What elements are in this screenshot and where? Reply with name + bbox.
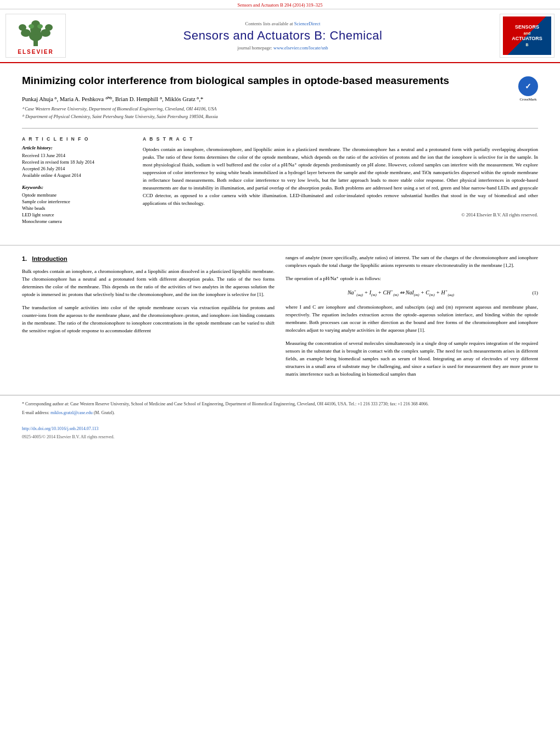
- crossmark-icon: ✓: [518, 76, 538, 96]
- article-info: A R T I C L E I N F O Article history: R…: [22, 136, 132, 225]
- svg-point-7: [45, 24, 53, 31]
- body-para-6: Measuring the concentration of several m…: [285, 340, 538, 378]
- elsevier-brand: ELSEVIER: [18, 49, 53, 55]
- keywords-title: Keywords:: [22, 185, 132, 190]
- issn-rights-text: 0925-4005/© 2014 Elsevier B.V. All right…: [22, 434, 114, 439]
- affiliation-a: ᵃ Case Western Reserve University, Depar…: [22, 105, 538, 113]
- journal-homepage: journal homepage: www.elsevier.com/locat…: [237, 45, 328, 51]
- footnote-email-line: E-mail address: miklos.gratzl@case.edu (…: [22, 410, 538, 416]
- keyword-1: Optode membrane: [22, 192, 132, 198]
- crossmark-label: CrossMark: [518, 97, 538, 102]
- journal-citation: Sensors and Actuators B 204 (2014) 319–3…: [238, 2, 323, 8]
- journal-center: Contents lists available at ScienceDirec…: [71, 14, 494, 58]
- homepage-link[interactable]: www.elsevier.com/locate/snb: [273, 45, 328, 51]
- authors: Punkaj Ahuja ᵃ, Maria A. Peshkova ᵃʰᵇ, B…: [22, 96, 538, 102]
- footnote-star-text: * Corresponding author at: Case Western …: [22, 401, 429, 406]
- sciencedirect-link[interactable]: ScienceDirect: [294, 21, 321, 26]
- footnotes: * Corresponding author at: Case Western …: [0, 395, 560, 423]
- elsevier-tree-icon: [14, 16, 58, 47]
- footnote-email-label: E-mail address:: [22, 410, 49, 415]
- doi-line: http://dx.doi.org/10.1016/j.snb.2014.07.…: [0, 423, 560, 434]
- crossmark: ✓ CrossMark: [518, 76, 538, 102]
- keyword-2: Sample color interference: [22, 199, 132, 204]
- journal-header: ELSEVIER Contents lists available at Sci…: [0, 9, 560, 63]
- article-two-column: A R T I C L E I N F O Article history: R…: [22, 128, 538, 225]
- affiliations: ᵃ Case Western Reserve University, Depar…: [22, 105, 538, 121]
- sensors-actuators-logo: SENSORS and ACTUATORS B: [500, 14, 555, 58]
- homepage-text: journal homepage:: [237, 45, 272, 51]
- section1-number: 1.: [22, 255, 27, 262]
- footnote-star: * Corresponding author at: Case Western …: [22, 401, 538, 408]
- history-accepted: Accepted 26 July 2014: [22, 166, 132, 171]
- body-column-right: ranges of analyte (more specifically, an…: [285, 254, 538, 383]
- journal-title: Sensors and Actuators B: Chemical: [183, 29, 383, 43]
- history-revised: Received in revised form 18 July 2014: [22, 159, 132, 165]
- history-title: Article history:: [22, 145, 132, 150]
- equation-block: Na+(aq) + I(m) + CH+(m) ⇔ NaI(m) + C(m) …: [285, 288, 538, 298]
- svg-point-5: [19, 24, 26, 31]
- body-para-2: The transduction of sample activities in…: [22, 304, 275, 335]
- keywords-section: Keywords: Optode membrane Sample color i…: [22, 185, 132, 224]
- section1-name: Introduction: [32, 255, 67, 262]
- body-para-3: ranges of analyte (more specifically, an…: [285, 254, 538, 270]
- footnote-email-link[interactable]: miklos.gratzl@case.edu: [51, 410, 93, 415]
- sensors-logo-inner: SENSORS and ACTUATORS B: [503, 16, 551, 55]
- abstract-copyright: © 2014 Elsevier B.V. All rights reserved…: [143, 212, 538, 217]
- keyword-5: Monochrome camera: [22, 219, 132, 224]
- top-bar: Sensors and Actuators B 204 (2014) 319–3…: [0, 0, 560, 9]
- article-content: ✓ CrossMark Minimizing color interferenc…: [0, 63, 560, 236]
- history-available: Available online 4 August 2014: [22, 172, 132, 178]
- section1-title: 1. Introduction: [22, 254, 275, 264]
- body-para-4: The operation of a pH/Na⁺ optode is as f…: [285, 275, 538, 283]
- keyword-4: LED light source: [22, 212, 132, 217]
- equation-number: (1): [522, 289, 538, 297]
- history-received: Received 13 June 2014: [22, 153, 132, 158]
- sensors-line1: SENSORS: [515, 24, 539, 31]
- abstract-section: A B S T R A C T Optodes contain an ionop…: [143, 136, 538, 225]
- equation-text: Na+(aq) + I(m) + CH+(m) ⇔ NaI(m) + C(m) …: [285, 288, 516, 298]
- body-para-1: Bulk optodes contain an ionophore, a chr…: [22, 268, 275, 299]
- abstract-text: Optodes contain an ionophore, chromoiono…: [143, 146, 538, 208]
- elsevier-logo: ELSEVIER: [5, 14, 66, 58]
- sensors-line2: and: [524, 31, 530, 36]
- article-title: Minimizing color interference from biolo…: [22, 74, 472, 88]
- body-area: 1. Introduction Bulk optodes contain an …: [0, 254, 560, 394]
- keyword-3: White beads: [22, 205, 132, 211]
- affiliation-b: ᵇ Department of Physical Chemistry, Sain…: [22, 113, 538, 120]
- section-divider: [0, 245, 560, 246]
- body-column-left: 1. Introduction Bulk optodes contain an …: [22, 254, 275, 383]
- body-para-5: where I and C are ionophore and chromoio…: [285, 304, 538, 334]
- article-info-label: A R T I C L E I N F O: [22, 136, 132, 142]
- sciencedirect-text: Contents lists available at: [245, 21, 293, 26]
- sciencedirect-line: Contents lists available at ScienceDirec…: [245, 21, 321, 26]
- abstract-label: A B S T R A C T: [143, 136, 538, 142]
- svg-point-8: [29, 24, 34, 29]
- svg-point-9: [37, 24, 43, 29]
- doi-link[interactable]: http://dx.doi.org/10.1016/j.snb.2014.07.…: [22, 426, 98, 431]
- sensors-line4: B: [525, 42, 528, 47]
- sensors-line3: ACTUATORS: [512, 36, 542, 42]
- rights-line: 0925-4005/© 2014 Elsevier B.V. All right…: [0, 434, 560, 444]
- footnote-email-suffix: (M. Gratzl).: [94, 410, 115, 415]
- authors-text: Punkaj Ahuja ᵃ, Maria A. Peshkova ᵃʰᵇ, B…: [22, 96, 203, 102]
